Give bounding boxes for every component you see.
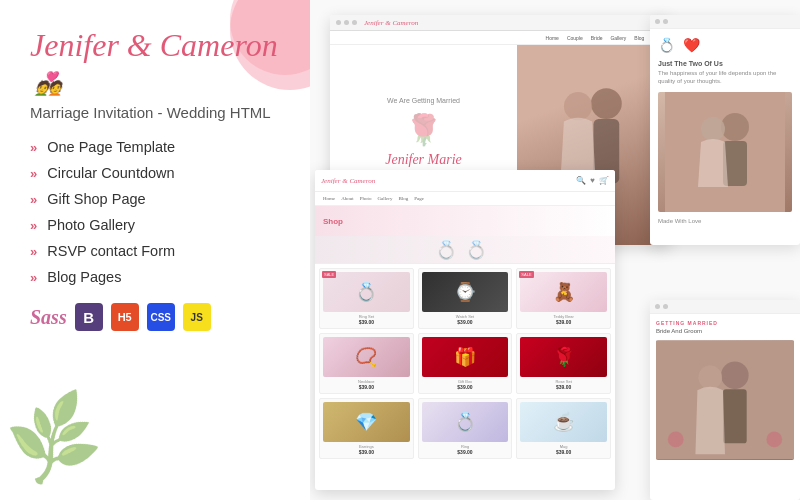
left-panel: Jenifer & Cameron 💑 Marriage Invitation … bbox=[0, 0, 310, 500]
svg-point-11 bbox=[668, 432, 684, 448]
made-love-text: Made With Love bbox=[658, 218, 792, 224]
shop-item: 🎁 Gift Box $39.00 bbox=[418, 333, 513, 394]
feature-label: Circular Countdown bbox=[47, 165, 174, 181]
shop-icons: 🔍 ♥ 🛒 bbox=[576, 176, 609, 185]
shop-banner-text: Shop bbox=[323, 217, 343, 226]
nav-item: Blog bbox=[398, 196, 408, 201]
chevron-icon: » bbox=[30, 192, 37, 207]
ring-icon: 💍 bbox=[658, 37, 675, 54]
shop-nav: Home About Photo Gallery Blog Page bbox=[315, 192, 615, 206]
svg-point-0 bbox=[591, 88, 622, 119]
rings-decoration: 💍💍 bbox=[435, 239, 495, 261]
nav-item: Couple bbox=[567, 35, 583, 41]
product-image: 📿 bbox=[323, 337, 410, 377]
svg-point-8 bbox=[721, 362, 749, 390]
bride-groom-label: Bride And Groom bbox=[656, 328, 794, 334]
shop-item: 🌹 Rose Set $39.00 bbox=[516, 333, 611, 394]
browser-bar bbox=[650, 300, 800, 314]
nav-item: Blog bbox=[634, 35, 644, 41]
hero-we-text: We Are Getting Married bbox=[387, 97, 460, 104]
nav-item: Home bbox=[546, 35, 559, 41]
right-screenshot-top: 💍 ❤️ Just The Two Of Us The happiness of… bbox=[650, 15, 800, 245]
right-panel: Jenifer & Cameron Home Couple Bride Gall… bbox=[310, 0, 800, 500]
right-bottom-content: GETTING MARRIED Bride And Groom bbox=[650, 314, 800, 466]
product-image: ☕ bbox=[520, 402, 607, 442]
brand-title: Jenifer & Cameron 💑 bbox=[30, 28, 280, 98]
rose-decoration: 🌹 bbox=[405, 112, 442, 147]
bride-groom-icon: 💑 bbox=[35, 72, 62, 96]
product-price: $39.00 bbox=[422, 319, 509, 325]
nav-item: Page bbox=[414, 196, 424, 201]
product-price: $39.00 bbox=[323, 384, 410, 390]
product-price: $39.00 bbox=[520, 384, 607, 390]
shop-item: SALE 💍 Ring Set $39.00 bbox=[319, 268, 414, 329]
nav-item: Photo bbox=[360, 196, 372, 201]
svg-point-12 bbox=[766, 432, 782, 448]
browser-dot bbox=[336, 20, 341, 25]
shop-item: ⌚ Watch Set $39.00 bbox=[418, 268, 513, 329]
browser-dot bbox=[344, 20, 349, 25]
product-image: 🎁 bbox=[422, 337, 509, 377]
product-price: $39.00 bbox=[422, 384, 509, 390]
heart-icon: ♥ bbox=[590, 176, 595, 185]
chevron-icon: » bbox=[30, 218, 37, 233]
browser-dot bbox=[655, 304, 660, 309]
product-image: 💍 bbox=[323, 272, 410, 312]
nav-item: Bride bbox=[591, 35, 603, 41]
couple-svg bbox=[658, 92, 792, 212]
icons-row: 💍 ❤️ bbox=[658, 37, 792, 54]
list-item: » Blog Pages bbox=[30, 269, 280, 285]
nav-item: About bbox=[341, 196, 354, 201]
screenshot-nav: Home Couple Bride Gallery Blog Page bbox=[330, 31, 670, 45]
shop-item: SALE 🧸 Teddy Bear $39.00 bbox=[516, 268, 611, 329]
list-item: » Circular Countdown bbox=[30, 165, 280, 181]
shop-grid: SALE 💍 Ring Set $39.00 ⌚ Watch Set $39.0… bbox=[315, 264, 615, 463]
shop-item: 📿 Necklace $39.00 bbox=[319, 333, 414, 394]
just-two-text: Just The Two Of Us bbox=[658, 60, 792, 67]
chevron-icon: » bbox=[30, 244, 37, 259]
chevron-icon: » bbox=[30, 166, 37, 181]
browser-brand: Jenifer & Cameron bbox=[364, 19, 418, 27]
couple-photo-bottom bbox=[656, 340, 794, 460]
screenshot-container: Jenifer & Cameron Home Couple Bride Gall… bbox=[310, 0, 800, 500]
chevron-icon: » bbox=[30, 270, 37, 285]
svg-point-2 bbox=[564, 92, 592, 120]
svg-point-4 bbox=[721, 113, 749, 141]
shop-item: 💍 Ring $39.00 bbox=[418, 398, 513, 459]
feature-label: RSVP contact Form bbox=[47, 243, 175, 259]
right-screenshot-bottom: GETTING MARRIED Bride And Groom bbox=[650, 300, 800, 500]
feature-label: Gift Shop Page bbox=[47, 191, 145, 207]
shop-item: 💎 Earrings $39.00 bbox=[319, 398, 414, 459]
rings-banner: 💍💍 bbox=[315, 236, 615, 264]
svg-rect-9 bbox=[723, 389, 747, 443]
heart-icon: ❤️ bbox=[683, 37, 700, 54]
shop-item: ☕ Mug $39.00 bbox=[516, 398, 611, 459]
product-image: 💍 bbox=[422, 402, 509, 442]
product-price: $39.00 bbox=[323, 319, 410, 325]
shop-brand: Jenifer & Cameron bbox=[321, 177, 375, 185]
list-item: » Gift Shop Page bbox=[30, 191, 280, 207]
product-image: ⌚ bbox=[422, 272, 509, 312]
browser-dot bbox=[663, 19, 668, 24]
search-icon: 🔍 bbox=[576, 176, 586, 185]
product-image: 🌹 bbox=[520, 337, 607, 377]
svg-point-6 bbox=[701, 117, 725, 141]
browser-bar: Jenifer & Cameron bbox=[330, 15, 670, 31]
product-image: 🧸 bbox=[520, 272, 607, 312]
description-text: The happiness of your life depends upon … bbox=[658, 69, 792, 86]
sale-badge: SALE bbox=[519, 271, 533, 278]
sass-badge: Sass bbox=[30, 306, 67, 329]
product-price: $39.00 bbox=[520, 449, 607, 455]
list-item: » RSVP contact Form bbox=[30, 243, 280, 259]
shop-banner: Shop bbox=[315, 206, 615, 236]
feature-label: Blog Pages bbox=[47, 269, 121, 285]
svg-point-10 bbox=[698, 366, 722, 390]
feature-label: One Page Template bbox=[47, 139, 175, 155]
list-item: » One Page Template bbox=[30, 139, 280, 155]
browser-dot bbox=[655, 19, 660, 24]
nav-item: Gallery bbox=[610, 35, 626, 41]
browser-dot bbox=[663, 304, 668, 309]
hero-name1: Jenifer Marie bbox=[385, 152, 462, 168]
list-item: » Photo Gallery bbox=[30, 217, 280, 233]
browser-dot bbox=[352, 20, 357, 25]
